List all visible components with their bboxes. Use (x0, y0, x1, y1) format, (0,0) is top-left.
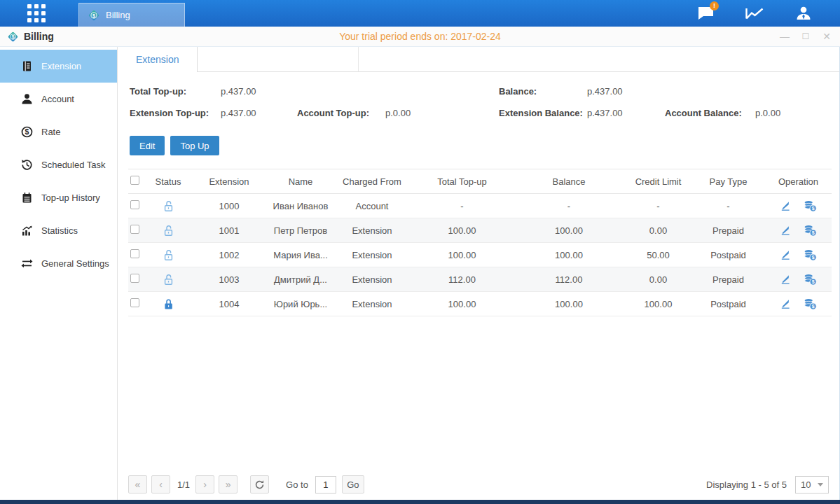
svg-text:$: $ (812, 279, 815, 285)
displaying-text: Displaying 1 - 5 of 5 (706, 479, 787, 490)
table-row[interactable]: 1000 Иван Иванов Account - - - - $ (128, 194, 832, 218)
extension-cell: 1001 (190, 218, 268, 243)
row-checkbox[interactable] (130, 274, 139, 283)
status-cell (146, 267, 190, 292)
total-topup-label: Total Top-up: (130, 86, 221, 97)
sidebar-item-topup-history[interactable]: Top-up History (0, 181, 117, 214)
balance-label: Balance: (499, 86, 587, 97)
select-all-checkbox[interactable] (130, 176, 139, 185)
unlocked-icon (163, 200, 174, 212)
summary-panel: Total Top-up: p.437.00 Extension Top-up:… (118, 72, 839, 124)
next-page-button[interactable]: › (195, 475, 214, 493)
extension-table: Status Extension Name Charged From Total… (128, 169, 829, 316)
maximize-button[interactable]: ☐ (801, 31, 811, 41)
sidebar-item-rate[interactable]: $ Rate (0, 115, 117, 148)
top-up-button[interactable]: Top Up (170, 136, 219, 155)
user-icon (795, 5, 812, 22)
status-cell (146, 194, 190, 218)
scheduled-task-icon (21, 159, 33, 171)
edit-pencil-icon[interactable] (780, 225, 791, 236)
last-page-button[interactable]: » (219, 475, 237, 493)
sidebar-item-label: Scheduled Task (41, 160, 106, 170)
topbar-billing-tab[interactable]: $ Billing (78, 3, 185, 27)
sidebar-item-label: Account (41, 94, 74, 104)
tab-extension[interactable]: Extension (118, 47, 198, 72)
pay-type-cell: Prepaid (691, 267, 765, 292)
name-cell: Дмитрий Д... (268, 267, 333, 292)
go-button[interactable]: Go (342, 475, 364, 493)
user-menu-button[interactable] (794, 4, 813, 22)
page-indicator: 1/1 (177, 479, 190, 490)
top-up-coins-icon[interactable]: $ (804, 200, 817, 212)
page-size-select[interactable]: 10 (795, 476, 829, 493)
sidebar-item-account[interactable]: Account (0, 83, 117, 115)
tab-strip-rest (359, 47, 839, 72)
col-charged-from: Charged From (333, 169, 411, 194)
sidebar-item-scheduled-task[interactable]: Scheduled Task (0, 148, 117, 181)
edit-pencil-icon[interactable] (780, 200, 791, 211)
balance-cell: 100.00 (513, 292, 625, 316)
col-total-topup: Total Top-up (411, 169, 513, 194)
edit-pencil-icon[interactable] (780, 249, 791, 260)
table-row[interactable]: 1003 Дмитрий Д... Extension 112.00 112.0… (128, 267, 832, 292)
top-up-coins-icon[interactable]: $ (804, 298, 817, 310)
col-extension: Extension (190, 169, 268, 194)
charged-from-cell: Extension (333, 292, 411, 316)
refresh-button[interactable] (250, 475, 269, 493)
app-window: $ Billing ! (0, 0, 840, 504)
sidebar-item-statistics[interactable]: Statistics (0, 214, 117, 247)
first-page-button[interactable]: « (128, 475, 147, 493)
sidebar-item-general-settings[interactable]: General Settings (0, 247, 117, 280)
chevron-down-icon (818, 483, 823, 486)
pay-type-cell: Prepaid (691, 218, 765, 243)
table-row[interactable]: 1001 Петр Петров Extension 100.00 100.00… (128, 218, 832, 243)
pagination-bar: « ‹ 1/1 › » Go to Go Displaying 1 - 5 of… (128, 469, 829, 500)
grid-icon (27, 4, 46, 22)
statistics-button[interactable] (745, 4, 764, 22)
balance-cell: 112.00 (513, 267, 625, 292)
credit-limit-cell: 0.00 (625, 218, 691, 243)
top-up-coins-icon[interactable]: $ (804, 274, 817, 286)
status-cell (146, 243, 190, 267)
close-button[interactable]: ✕ (822, 31, 832, 41)
pay-type-cell: Postpaid (691, 243, 765, 267)
charged-from-cell: Extension (333, 267, 411, 292)
minimize-button[interactable]: — (780, 31, 790, 41)
app-launcher-button[interactable] (21, 0, 52, 27)
table-row[interactable]: 1002 Мария Ива... Extension 100.00 100.0… (128, 243, 832, 267)
billing-diamond-icon: $ (7, 31, 19, 43)
locked-icon (163, 298, 174, 310)
notification-badge: ! (710, 1, 719, 10)
goto-page-input[interactable] (315, 476, 336, 493)
credit-limit-cell: 0.00 (625, 267, 691, 292)
account-topup-value: p.0.00 (385, 108, 499, 118)
extension-topup-value: p.437.00 (221, 108, 297, 118)
row-checkbox[interactable] (130, 225, 139, 234)
svg-text:$: $ (92, 13, 95, 18)
edit-button[interactable]: Edit (130, 136, 165, 155)
extension-topup-label: Extension Top-up: (130, 108, 221, 118)
row-checkbox[interactable] (130, 298, 139, 307)
top-up-coins-icon[interactable]: $ (804, 249, 817, 261)
col-operation: Operation (765, 169, 832, 194)
sidebar-item-label: Rate (41, 127, 60, 137)
notifications-button[interactable]: ! (696, 4, 715, 22)
col-credit-limit: Credit Limit (625, 169, 691, 194)
total-topup-cell: 100.00 (411, 218, 513, 243)
edit-pencil-icon[interactable] (780, 298, 791, 309)
extension-balance-label: Extension Balance: (499, 108, 587, 118)
name-cell: Иван Иванов (268, 194, 333, 218)
svg-text:$: $ (812, 206, 815, 211)
table-row[interactable]: 1004 Юрий Юрь... Extension 100.00 100.00… (128, 292, 832, 316)
total-topup-cell: 112.00 (411, 267, 513, 292)
prev-page-button[interactable]: ‹ (151, 475, 170, 493)
top-up-coins-icon[interactable]: $ (804, 225, 817, 237)
row-checkbox[interactable] (130, 200, 139, 209)
row-checkbox[interactable] (130, 249, 139, 258)
sidebar: Extension Account $ Rate (0, 47, 118, 500)
edit-pencil-icon[interactable] (780, 274, 791, 285)
chart-line-icon (745, 6, 764, 21)
account-topup-label: Account Top-up: (297, 108, 385, 118)
sidebar-item-extension[interactable]: Extension (0, 50, 117, 83)
col-pay-type: Pay Type (691, 169, 765, 194)
